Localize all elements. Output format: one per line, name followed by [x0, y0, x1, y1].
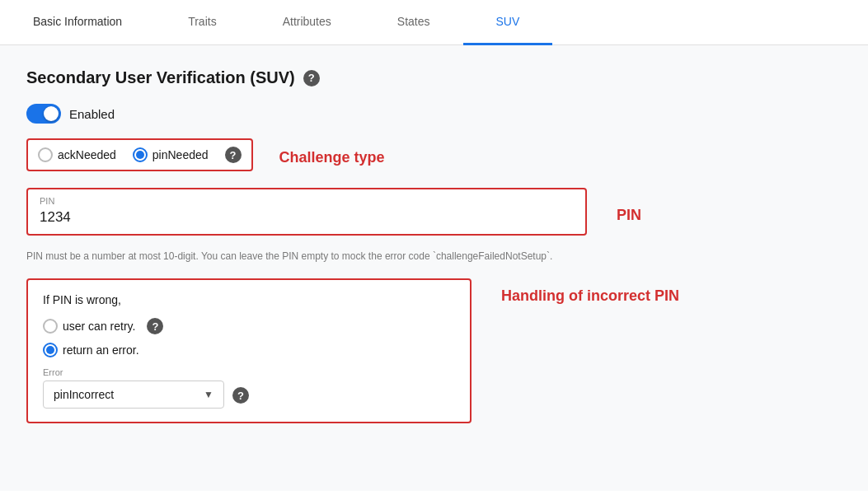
- tab-suv[interactable]: SUV: [463, 0, 553, 45]
- challenge-type-annotation: Challenge type: [279, 149, 385, 166]
- challenge-type-group: ackNeeded pinNeeded ?: [26, 138, 253, 171]
- content-area: Secondary User Verification (SUV) ? Enab…: [0, 45, 868, 491]
- radio-error-inner: [46, 346, 54, 354]
- radio-retry-outer: [43, 319, 58, 334]
- radio-ackNeeded-label: ackNeeded: [58, 148, 116, 161]
- error-dropdown-label: Error: [43, 367, 224, 377]
- radio-error-label: return an error.: [63, 343, 139, 357]
- radio-pinNeeded-outer: [133, 147, 148, 162]
- pin-field-value[interactable]: 1234: [40, 209, 574, 226]
- error-dropdown[interactable]: pinIncorrect ▼: [43, 381, 224, 409]
- error-dropdown-value: pinIncorrect: [54, 388, 114, 401]
- radio-pinNeeded-label: pinNeeded: [152, 148, 209, 161]
- error-dropdown-help-icon[interactable]: ?: [232, 387, 249, 404]
- incorrect-pin-title: If PIN is wrong,: [43, 293, 455, 306]
- challenge-type-row: ackNeeded pinNeeded ? Challenge type: [26, 138, 842, 176]
- tab-attributes[interactable]: Attributes: [250, 0, 364, 45]
- tab-bar: Basic Information Traits Attributes Stat…: [0, 0, 868, 45]
- incorrect-pin-annotation: Handling of incorrect PIN: [501, 278, 679, 306]
- retry-help-icon[interactable]: ?: [147, 318, 163, 334]
- tab-states[interactable]: States: [364, 0, 463, 45]
- pin-hint: PIN must be a number at most 10-digit. Y…: [26, 249, 842, 264]
- error-dropdown-container: Error pinIncorrect ▼: [43, 367, 224, 409]
- radio-retry-label: user can retry.: [63, 320, 135, 333]
- radio-error-outer: [43, 343, 58, 357]
- pin-input-box[interactable]: PIN 1234: [26, 188, 587, 236]
- radio-error[interactable]: return an error.: [43, 343, 455, 357]
- radio-retry[interactable]: user can retry. ?: [43, 318, 455, 334]
- incorrect-pin-box: If PIN is wrong, user can retry. ? retur…: [26, 278, 472, 423]
- suv-help-icon[interactable]: ?: [303, 70, 320, 86]
- toggle-row: Enabled: [26, 104, 842, 124]
- radio-pinNeeded-inner: [136, 151, 144, 159]
- section-title: Secondary User Verification (SUV) ?: [26, 68, 842, 87]
- radio-ackNeeded[interactable]: ackNeeded: [38, 147, 116, 162]
- enabled-toggle[interactable]: [26, 104, 61, 124]
- pin-row: PIN 1234 PIN: [26, 188, 842, 242]
- tab-basic-information[interactable]: Basic Information: [0, 0, 155, 45]
- challenge-type-help-icon[interactable]: ?: [225, 147, 242, 163]
- radio-pinNeeded[interactable]: pinNeeded: [133, 147, 209, 162]
- pin-annotation: PIN: [617, 207, 641, 224]
- incorrect-pin-row: If PIN is wrong, user can retry. ? retur…: [26, 278, 842, 423]
- tab-traits[interactable]: Traits: [155, 0, 249, 45]
- pin-field-label: PIN: [40, 196, 574, 206]
- dropdown-arrow-icon: ▼: [204, 389, 213, 400]
- error-dropdown-wrapper: Error pinIncorrect ▼ ?: [43, 367, 455, 409]
- toggle-label: Enabled: [69, 107, 115, 121]
- radio-ackNeeded-outer: [38, 147, 53, 162]
